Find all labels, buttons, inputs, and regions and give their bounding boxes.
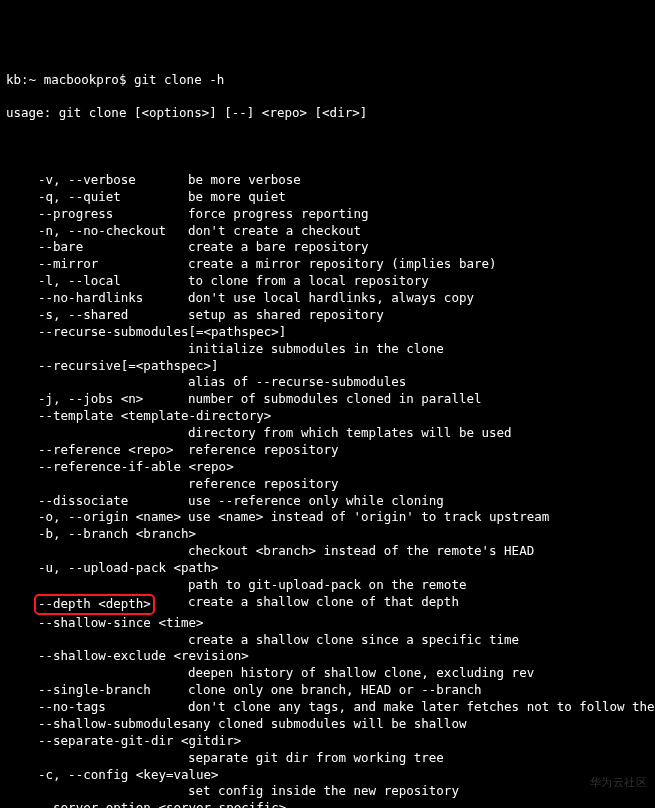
option-desc: deepen history of shallow clone, excludi… xyxy=(188,665,649,682)
option-row: --progressforce progress reporting xyxy=(6,206,649,223)
option-desc: don't clone any tags, and make later fet… xyxy=(188,699,655,716)
option-row: --separate-git-dir <gitdir> xyxy=(6,733,649,750)
option-row: alias of --recurse-submodules xyxy=(6,374,649,391)
option-row: --reference-if-able <repo> xyxy=(6,459,649,476)
option-flag: --server-option <server-specific> xyxy=(6,800,286,808)
option-row: path to git-upload-pack on the remote xyxy=(6,577,649,594)
option-flag: --no-tags xyxy=(6,699,188,716)
option-flag: -j, --jobs <n> xyxy=(6,391,188,408)
option-flag xyxy=(6,374,188,391)
highlight-box: --depth <depth> xyxy=(34,594,155,615)
option-flag: --bare xyxy=(6,239,188,256)
option-row: -o, --origin <name>use <name> instead of… xyxy=(6,509,649,526)
option-flag: --shallow-exclude <revision> xyxy=(6,648,249,665)
option-row: checkout <branch> instead of the remote'… xyxy=(6,543,649,560)
option-row: --barecreate a bare repository xyxy=(6,239,649,256)
option-row: --single-branchclone only one branch, HE… xyxy=(6,682,649,699)
option-desc: path to git-upload-pack on the remote xyxy=(188,577,649,594)
option-row: --mirrorcreate a mirror repository (impl… xyxy=(6,256,649,273)
option-desc: don't create a checkout xyxy=(188,223,649,240)
option-desc: use --reference only while cloning xyxy=(188,493,649,510)
option-row: -j, --jobs <n>number of submodules clone… xyxy=(6,391,649,408)
option-desc: be more quiet xyxy=(188,189,649,206)
option-row: --dissociateuse --reference only while c… xyxy=(6,493,649,510)
option-flag: --progress xyxy=(6,206,188,223)
option-row: --no-hardlinksdon't use local hardlinks,… xyxy=(6,290,649,307)
option-row: -l, --localto clone from a local reposit… xyxy=(6,273,649,290)
options-block: -v, --verbosebe more verbose-q, --quietb… xyxy=(6,172,649,808)
option-row: set config inside the new repository xyxy=(6,783,649,800)
option-desc: directory from which templates will be u… xyxy=(188,425,649,442)
option-flag: --reference <repo> xyxy=(6,442,188,459)
option-row: -u, --upload-pack <path> xyxy=(6,560,649,577)
option-flag: -v, --verbose xyxy=(6,172,188,189)
option-flag: --dissociate xyxy=(6,493,188,510)
option-row: separate git dir from working tree xyxy=(6,750,649,767)
option-flag: --depth <depth> xyxy=(6,594,188,615)
option-desc: don't use local hardlinks, always copy xyxy=(188,290,649,307)
option-row: -c, --config <key=value> xyxy=(6,767,649,784)
option-desc: create a shallow clone of that depth xyxy=(188,594,649,615)
option-row: --recursive[=<pathspec>] xyxy=(6,358,649,375)
option-flag: -b, --branch <branch> xyxy=(6,526,196,543)
option-desc: alias of --recurse-submodules xyxy=(188,374,649,391)
option-row: --depth <depth>create a shallow clone of… xyxy=(6,594,649,615)
option-desc: create a bare repository xyxy=(188,239,649,256)
option-desc: setup as shared repository xyxy=(188,307,649,324)
option-desc: separate git dir from working tree xyxy=(188,750,649,767)
option-row: create a shallow clone since a specific … xyxy=(6,632,649,649)
option-desc: create a mirror repository (implies bare… xyxy=(188,256,649,273)
watermark: 华为云社区 xyxy=(590,775,648,790)
option-row: reference repository xyxy=(6,476,649,493)
option-row: --recurse-submodules[=<pathspec>] xyxy=(6,324,649,341)
option-desc: use <name> instead of 'origin' to track … xyxy=(188,509,649,526)
prompt-line: kb:~ macbookpro$ git clone -h xyxy=(6,72,649,89)
option-flag xyxy=(6,783,188,800)
option-row: --server-option <server-specific> xyxy=(6,800,649,808)
option-desc: force progress reporting xyxy=(188,206,649,223)
option-desc: any cloned submodules will be shallow xyxy=(188,716,649,733)
option-flag: --shallow-submodules xyxy=(6,716,188,733)
option-desc: initialize submodules in the clone xyxy=(188,341,649,358)
option-row: -q, --quietbe more quiet xyxy=(6,189,649,206)
option-row: --template <template-directory> xyxy=(6,408,649,425)
option-flag: -l, --local xyxy=(6,273,188,290)
option-flag: -c, --config <key=value> xyxy=(6,767,219,784)
option-flag xyxy=(6,543,188,560)
option-flag: -q, --quiet xyxy=(6,189,188,206)
option-row: initialize submodules in the clone xyxy=(6,341,649,358)
option-flag: -n, --no-checkout xyxy=(6,223,188,240)
option-row: -s, --sharedsetup as shared repository xyxy=(6,307,649,324)
command-text: git clone -h xyxy=(134,72,224,89)
option-flag xyxy=(6,632,188,649)
option-flag: --recurse-submodules[=<pathspec>] xyxy=(6,324,286,341)
shell-prompt: kb:~ macbookpro$ xyxy=(6,72,134,89)
option-desc: reference repository xyxy=(188,442,649,459)
option-desc: clone only one branch, HEAD or --branch xyxy=(188,682,649,699)
option-flag xyxy=(6,476,188,493)
option-row: --reference <repo>reference repository xyxy=(6,442,649,459)
option-flag: --recursive[=<pathspec>] xyxy=(6,358,219,375)
usage-line: usage: git clone [<options>] [--] <repo>… xyxy=(6,105,649,122)
option-row: -n, --no-checkoutdon't create a checkout xyxy=(6,223,649,240)
option-flag: --reference-if-able <repo> xyxy=(6,459,234,476)
option-flag: --no-hardlinks xyxy=(6,290,188,307)
option-flag: --separate-git-dir <gitdir> xyxy=(6,733,241,750)
option-row: --shallow-exclude <revision> xyxy=(6,648,649,665)
option-row: --shallow-since <time> xyxy=(6,615,649,632)
option-flag xyxy=(6,665,188,682)
option-flag: -s, --shared xyxy=(6,307,188,324)
option-flag: --template <template-directory> xyxy=(6,408,271,425)
option-row: --no-tagsdon't clone any tags, and make … xyxy=(6,699,649,716)
option-flag: --mirror xyxy=(6,256,188,273)
option-row: -v, --verbosebe more verbose xyxy=(6,172,649,189)
option-row: -b, --branch <branch> xyxy=(6,526,649,543)
option-flag: -o, --origin <name> xyxy=(6,509,188,526)
option-flag: -u, --upload-pack <path> xyxy=(6,560,219,577)
option-desc: set config inside the new repository xyxy=(188,783,649,800)
option-desc: reference repository xyxy=(188,476,649,493)
option-desc: to clone from a local repository xyxy=(188,273,649,290)
option-desc: number of submodules cloned in parallel xyxy=(188,391,649,408)
option-flag xyxy=(6,341,188,358)
option-flag: --single-branch xyxy=(6,682,188,699)
